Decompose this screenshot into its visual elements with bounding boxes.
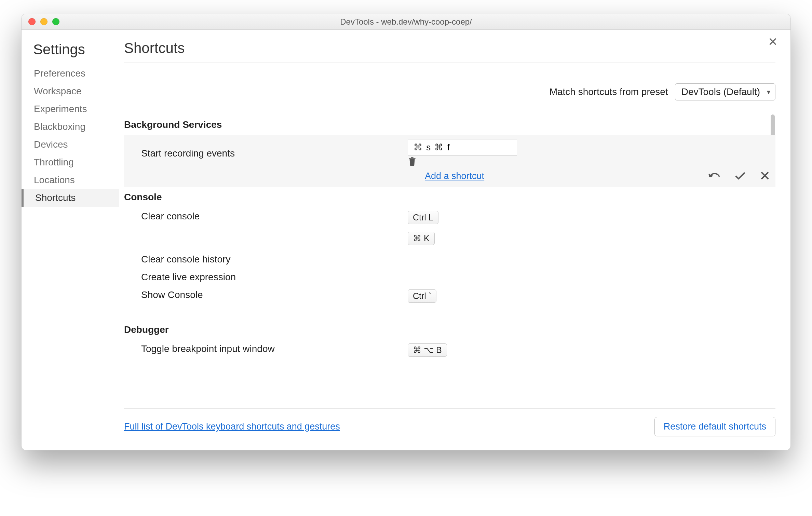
panel-header: Shortcuts [124, 40, 775, 63]
main-panel: ✕ Shortcuts Match shortcuts from preset … [117, 30, 790, 450]
add-shortcut-link[interactable]: Add a shortcut [425, 171, 484, 181]
confirm-icon[interactable] [734, 171, 746, 181]
row-clear-console-history: Clear console history [124, 250, 775, 268]
restore-defaults-button[interactable]: Restore default shortcuts [654, 417, 775, 436]
settings-sidebar: Settings Preferences Workspace Experimen… [22, 30, 117, 450]
edit-actions [708, 171, 770, 181]
sidebar-items: Preferences Workspace Experiments Blackb… [33, 65, 117, 207]
row-label: Show Console [124, 289, 408, 300]
section-title-console: Console [124, 187, 775, 207]
shortcuts-scroll-area: Background Services Start recording even… [124, 114, 775, 408]
panel-footer: Full list of DevTools keyboard shortcuts… [124, 408, 775, 440]
preset-select[interactable]: DevTools (Default) [675, 83, 775, 100]
sidebar-item-experiments[interactable]: Experiments [30, 100, 117, 118]
close-icon[interactable]: ✕ [768, 36, 777, 47]
section-title-background-services: Background Services [124, 114, 775, 135]
devtools-window: DevTools - web.dev/why-coop-coep/ Settin… [21, 14, 791, 450]
section-separator [124, 314, 775, 314]
sidebar-item-blackboxing[interactable]: Blackboxing [30, 118, 117, 136]
cancel-icon[interactable] [760, 171, 770, 181]
sidebar-item-workspace[interactable]: Workspace [30, 82, 117, 100]
sidebar-item-preferences[interactable]: Preferences [30, 65, 117, 82]
sidebar-item-devices[interactable]: Devices [30, 136, 117, 153]
row-keys: Ctrl L ⌘ K [408, 211, 775, 247]
undo-icon[interactable] [708, 171, 721, 181]
row-toggle-breakpoint-input: Toggle breakpoint input window ⌘ ⌥ B [124, 340, 775, 362]
row-label: Start recording events [124, 147, 408, 159]
content-area: Settings Preferences Workspace Experimen… [22, 30, 790, 450]
title-bar: DevTools - web.dev/why-coop-coep/ [22, 14, 790, 30]
shortcut-chip: ⌘ ⌥ B [408, 343, 447, 357]
shortcut-input[interactable] [408, 139, 517, 156]
row-label: Create live expression [124, 272, 408, 283]
shortcut-chip: Ctrl L [408, 211, 438, 224]
row-label: Clear console history [124, 254, 408, 265]
shortcut-chip: ⌘ K [408, 232, 435, 245]
sidebar-item-throttling[interactable]: Throttling [30, 153, 117, 171]
section-title-debugger: Debugger [124, 320, 775, 340]
row-keys: ⌘ ⌥ B [408, 343, 775, 359]
preset-row: Match shortcuts from preset DevTools (De… [124, 63, 775, 114]
shortcut-chip: Ctrl ` [408, 289, 436, 303]
preset-label: Match shortcuts from preset [550, 86, 668, 97]
row-keys [408, 139, 775, 166]
row-label: Clear console [124, 211, 408, 222]
sidebar-item-shortcuts[interactable]: Shortcuts [22, 189, 119, 207]
row-create-live-expression: Create live expression [124, 268, 775, 286]
preset-select-value: DevTools (Default) [681, 86, 760, 97]
row-clear-console: Clear console Ctrl L ⌘ K [124, 207, 775, 250]
panel-title: Shortcuts [124, 40, 185, 56]
window-title: DevTools - web.dev/why-coop-coep/ [22, 17, 790, 27]
row-keys: Ctrl ` [408, 289, 775, 305]
row-label: Toggle breakpoint input window [124, 343, 408, 354]
delete-shortcut-icon[interactable] [408, 156, 775, 166]
sidebar-item-locations[interactable]: Locations [30, 171, 117, 189]
row-show-console: Show Console Ctrl ` [124, 286, 775, 308]
sidebar-heading: Settings [33, 41, 117, 58]
row-start-recording-events: Start recording events Add a shortcut [124, 135, 775, 187]
full-list-link[interactable]: Full list of DevTools keyboard shortcuts… [124, 421, 340, 432]
